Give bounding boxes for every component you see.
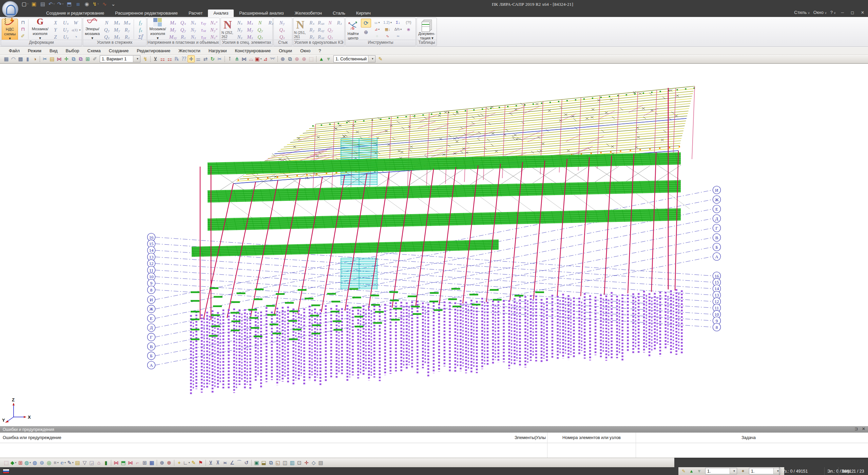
result-letter-button[interactable]: X (51, 19, 61, 26)
mosaic1-icon[interactable]: ▣ (253, 459, 260, 466)
meas3-icon[interactable]: ≍ (221, 459, 229, 466)
corner-icon[interactable]: ⌐ (134, 459, 141, 466)
ribbon-tab[interactable]: Сталь (327, 10, 351, 17)
dhs-icon[interactable]: Δ∕h (393, 26, 403, 32)
swap-icon[interactable]: ⇄ (202, 55, 209, 62)
force-letter-button[interactable]: Ry (122, 26, 132, 33)
ruler-dots-icon[interactable]: ⚍ (372, 19, 382, 25)
spec-letter-button[interactable]: My (245, 26, 255, 33)
frame-up-icon[interactable]: ⬒ (120, 459, 127, 466)
flag-down-icon[interactable]: ⋈ (56, 55, 63, 62)
hammer-icon[interactable]: ✦ (740, 468, 746, 474)
menu-item[interactable]: Файл (5, 48, 24, 54)
model-book-icon[interactable]: ⬒ (66, 1, 73, 7)
sum-down-icon[interactable]: Σ↓ (393, 19, 403, 25)
close-panel-icon[interactable]: ✕ (862, 426, 865, 431)
menu-item[interactable]: Создание (105, 48, 133, 54)
node-number-combo[interactable]: 1.▼ (705, 468, 737, 474)
onenode-letter-button[interactable] (335, 34, 344, 40)
force-letter-button[interactable]: N (102, 19, 112, 26)
basket-icon[interactable]: ▤ (49, 55, 56, 62)
language-flag-icon[interactable] (3, 469, 9, 474)
variant-combo[interactable]: 1. Вариант 1▼ (100, 55, 140, 62)
onenode-letter-button[interactable]: Rx (308, 19, 316, 26)
mosaic6-icon[interactable]: ▥ (289, 459, 296, 466)
force-letter-button[interactable]: fz (136, 26, 146, 33)
onenode-letter-button[interactable]: Rux (317, 19, 326, 26)
stress-letter-button[interactable]: Nx (189, 19, 198, 26)
mosaic5-icon[interactable]: ◫ (282, 459, 289, 466)
stress-letter-button[interactable]: Ny (189, 26, 198, 33)
mosaic2-icon[interactable]: ⬓ (260, 459, 267, 466)
mosaic-down-icon[interactable]: ▦↓ (383, 26, 392, 32)
mosaic10-icon[interactable]: ▧ (317, 459, 324, 466)
palette-icon[interactable]: ▣ (255, 55, 262, 62)
camera-icon[interactable]: ◉ (83, 1, 90, 7)
onenode-letter-button[interactable]: Ruz (317, 34, 326, 40)
stress-letter-button[interactable]: τyz (199, 34, 209, 40)
open-book-icon[interactable]: ⧈ (75, 1, 81, 7)
onenode-letter-button[interactable] (335, 26, 344, 33)
sphere-stripe-icon[interactable]: ◍ (31, 459, 38, 466)
tool-icon[interactable]: ✐ (91, 55, 98, 62)
cylinder-icon[interactable]: ▮ (24, 55, 31, 62)
mosaic8-icon[interactable]: ✛ (303, 459, 310, 466)
curves-icon[interactable]: ∿ (383, 33, 392, 39)
bowtie2-icon[interactable]: ⋈ (127, 459, 134, 466)
onenode-letter-button[interactable]: Ruy (317, 26, 326, 33)
mosaic7-icon[interactable]: ⊡ (296, 459, 303, 466)
result-letter-button[interactable]: a(X) (71, 26, 81, 33)
force-letter-button[interactable]: My (112, 26, 122, 33)
find-center-button[interactable]: ↓G Найтицентр (346, 19, 360, 41)
menu-item[interactable]: ? (314, 48, 325, 54)
zoom-in-icon[interactable]: ⊕ (158, 459, 166, 466)
spec-letter-button[interactable]: N (255, 19, 265, 26)
props-icon[interactable]: ℞ (173, 55, 180, 62)
stress-letter-button[interactable]: Nya (209, 26, 219, 33)
rotate-fragment-button[interactable]: ⟳ (361, 19, 371, 27)
anchor-icon[interactable]: ⊻ (152, 55, 159, 62)
redo-icon[interactable]: ↷ (57, 1, 64, 7)
flask-icon[interactable]: ◲ (88, 459, 95, 466)
stress-letter-button[interactable]: Qy (178, 26, 188, 33)
onenode-letter-button[interactable]: Rz (335, 19, 344, 26)
save-icon[interactable]: ▤ (39, 1, 46, 7)
sphere-lines-icon[interactable]: ⊜ (38, 459, 45, 466)
wheel-icon[interactable]: ⊛ (279, 55, 286, 62)
help-menu[interactable]: ?∨ (830, 10, 836, 15)
up-triangle-icon[interactable]: ▲ (688, 468, 695, 474)
model-viewport[interactable]: 1615141312111098ИЖЕДГВБАИЖЕДГВБА16151413… (0, 63, 868, 426)
force-letter-button[interactable]: Qy (102, 26, 112, 33)
lira-logo-icon[interactable] (2, 1, 18, 17)
result-letter-button[interactable]: Z (51, 34, 61, 40)
zoom-x-icon[interactable]: ⊗ (166, 459, 173, 466)
menu-item[interactable]: Схема (83, 48, 105, 54)
chair-icon[interactable]: ⌂ (95, 459, 102, 466)
pencil-icon[interactable]: ✎ (190, 459, 197, 466)
dim-l-icon[interactable]: ∟ (183, 459, 190, 466)
cut2-icon[interactable]: ✂ (216, 55, 223, 62)
spec-letter-button[interactable]: Ny (235, 26, 245, 33)
mosaic3-icon[interactable]: ⧉ (267, 459, 274, 466)
onenode-letter-button[interactable]: Rz (308, 34, 316, 40)
onenode-letter-button[interactable]: Qz (326, 34, 335, 40)
menu-item[interactable]: Режим (24, 48, 45, 54)
edit-icon[interactable]: ✎ (680, 468, 687, 474)
menu-item[interactable]: Конструирование (231, 48, 275, 54)
brush-icon[interactable]: ▮ (102, 459, 110, 466)
onenode-letter-button[interactable]: Ry (308, 26, 316, 33)
menu-item[interactable]: Окно (296, 48, 314, 54)
stress-letter-button[interactable]: τxz (199, 26, 209, 33)
zoom-fragment-button[interactable]: ⊕ (361, 28, 371, 36)
force-letter-button[interactable]: fy (136, 19, 146, 26)
minimize-button[interactable]: ─ (839, 10, 846, 15)
loadcase-combo[interactable]: 1. Собственный вес▼ (333, 55, 375, 62)
hook-icon[interactable]: ↯ (142, 55, 149, 62)
ribbon-tab[interactable]: Анализ (208, 10, 234, 17)
stress-letter-button[interactable]: τxy (199, 19, 209, 26)
undo-view-icon[interactable]: ↺ (243, 459, 250, 466)
spec-letter-button[interactable]: Qz (255, 34, 265, 40)
stress-letter-button[interactable]: Nza (209, 34, 219, 40)
open-file-icon[interactable]: ▣ (31, 1, 37, 7)
grid-frame-icon[interactable]: ⊞ (141, 459, 148, 466)
